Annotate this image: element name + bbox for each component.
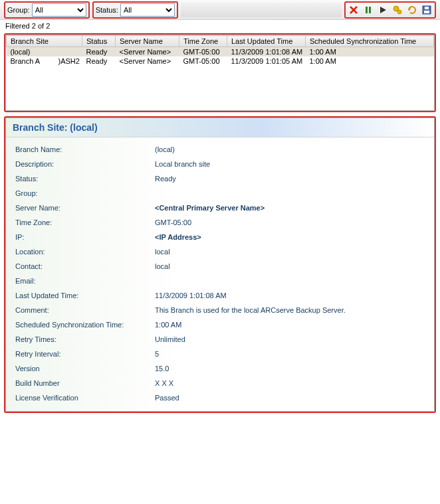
detail-value: local [155,262,425,270]
detail-label: Version [15,365,155,373]
delete-button[interactable] [347,3,360,17]
table-cell: Ready [82,47,116,57]
detail-label: Description: [15,160,155,168]
detail-label: Scheduled Synchronization Time: [15,321,155,329]
detail-value: (local) [155,145,425,153]
detail-value: <IP Address> [155,233,425,241]
col-branch-site[interactable]: Branch Site [7,36,82,47]
toolbar: Group: All Status: All [0,0,440,20]
table-row[interactable]: Branch A)ASH2Ready<Server Name>GMT-05:00… [7,56,434,66]
detail-label: Branch Name: [15,145,155,153]
detail-label: Group: [15,189,155,197]
svg-rect-2 [366,7,368,13]
detail-label: License Verification [15,394,155,402]
branch-details-container: Branch Site: (local) Branch Name:(local)… [4,116,436,413]
table-cell: <Server Name> [116,56,179,66]
detail-label: Last Updated Time: [15,292,155,299]
detail-label: Build Number [15,379,155,387]
details-title: Branch Site: (local) [6,118,434,137]
toolbar-actions [344,1,436,19]
detail-value: 1:00 AM [155,321,425,329]
svg-rect-3 [369,7,371,13]
status-label: Status: [96,6,118,14]
branch-grid-container: Branch Site Status Server Name Time Zone… [4,33,436,112]
status-select[interactable]: All [120,3,175,17]
refresh-icon [407,5,417,15]
detail-value: <Central Primary Server Name> [155,204,425,212]
group-select[interactable]: All [32,3,86,17]
col-scheduled-sync[interactable]: Scheduled Synchronization Time [306,36,434,47]
table-cell: Branch A [7,56,55,66]
detail-value: Ready [155,175,425,183]
group-filter: Group: All [4,1,90,19]
branch-grid: Branch Site Status Server Name Time Zone… [6,35,434,66]
detail-label: Email: [15,277,155,285]
detail-value: Unlimited [155,335,425,343]
svg-rect-10 [425,7,429,9]
detail-value: local [155,248,425,256]
table-cell: <Server Name> [116,47,179,57]
detail-label: Status: [15,175,155,183]
play-icon [378,5,387,15]
toolbar-spacer [181,3,342,17]
detail-label: IP: [15,233,155,241]
detail-label: Server Name: [15,204,155,212]
svg-point-6 [397,10,401,14]
svg-marker-4 [380,7,386,13]
detail-value: 15.0 [155,365,425,373]
detail-label: Location: [15,248,155,256]
table-cell: 1:00 AM [306,56,434,66]
table-cell: Ready [82,56,116,66]
grid-header-row: Branch Site Status Server Name Time Zone… [7,36,434,47]
status-filter: Status: All [92,1,178,19]
save-icon [422,5,431,15]
pause-icon [364,5,373,15]
sync-now-button[interactable] [391,3,404,17]
detail-value: Local branch site [155,160,425,168]
detail-label: Comment: [15,306,155,314]
refresh-button[interactable] [405,3,419,17]
col-status[interactable]: Status [82,36,116,47]
group-label: Group: [7,6,30,14]
detail-value: 11/3/2009 1:01:08 AM [155,292,425,299]
detail-label: Contact: [15,262,155,270]
play-button[interactable] [376,3,389,17]
table-cell: GMT-05:00 [179,56,227,66]
detail-value: X X X [155,379,425,387]
detail-value: This Branch is used for the local ARCser… [155,306,425,314]
detail-label: Retry Times: [15,335,155,343]
table-cell: 1:00 AM [306,47,434,57]
branch-details-panel: Branch Site: (local) Branch Name:(local)… [5,118,435,412]
col-server-name[interactable]: Server Name [116,36,179,47]
table-cell: 11/3/2009 1:01:08 AM [227,47,306,57]
detail-label: Retry Interval: [15,350,155,358]
detail-value: Passed [155,394,425,402]
detail-value: GMT-05:00 [155,218,425,226]
delete-icon [349,5,358,15]
detail-value: 5 [155,350,425,358]
table-cell: )ASH2 [55,56,82,66]
gears-icon [392,5,403,15]
table-cell: (local) [7,47,55,57]
save-button[interactable] [420,3,433,17]
details-body: Branch Name:(local)Description:Local bra… [6,137,434,411]
col-time-zone[interactable]: Time Zone [179,36,227,47]
table-cell [55,47,82,57]
col-last-updated[interactable]: Last Updated Time [227,36,306,47]
svg-rect-9 [424,11,429,13]
branch-grid-scroll[interactable]: Branch Site Status Server Name Time Zone… [5,35,435,111]
pause-button[interactable] [362,3,375,17]
table-row[interactable]: (local)Ready<Server Name>GMT-05:0011/3/2… [7,47,434,57]
detail-label: Time Zone: [15,218,155,226]
table-cell: 11/3/2009 1:01:05 AM [227,56,306,66]
detail-value [155,189,425,197]
detail-value [155,277,425,285]
table-cell: GMT-05:00 [179,47,227,57]
filtered-count-label: Filtered 2 of 2 [0,20,440,32]
